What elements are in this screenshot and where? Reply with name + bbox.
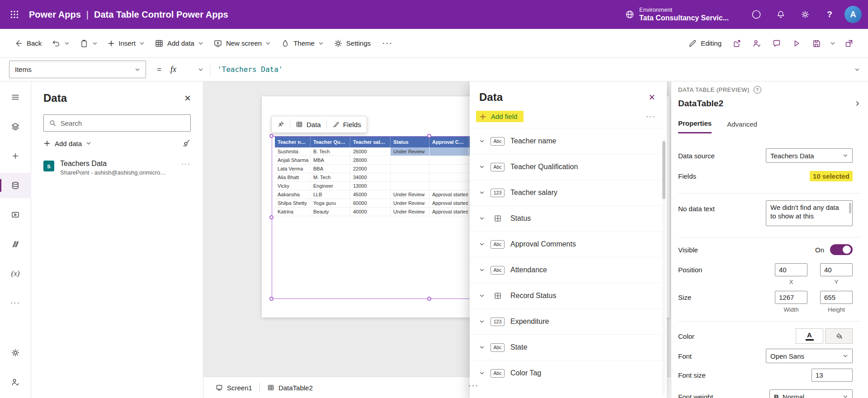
selection-handle[interactable] bbox=[269, 297, 274, 301]
new-screen-button[interactable]: New screen bbox=[208, 34, 276, 53]
settings-button[interactable] bbox=[793, 0, 817, 29]
font-dropdown[interactable]: Open Sans bbox=[766, 349, 853, 363]
account-avatar[interactable]: A bbox=[844, 6, 862, 23]
fields-more-button[interactable]: ··· bbox=[646, 113, 656, 121]
datasource-more-button[interactable]: ··· bbox=[181, 160, 191, 167]
add-data-dropdown-button[interactable]: Add data bbox=[43, 140, 91, 147]
search-input[interactable] bbox=[61, 119, 185, 127]
chevron-down-icon[interactable] bbox=[479, 164, 485, 170]
theme-button[interactable]: Theme bbox=[276, 34, 329, 53]
settings-command-button[interactable]: Settings bbox=[329, 34, 376, 53]
font-color-button[interactable]: A bbox=[796, 328, 823, 344]
rail-menu-button[interactable] bbox=[0, 85, 31, 110]
rail-data-button[interactable] bbox=[0, 173, 31, 198]
field-row[interactable]: 123 Teacher salary bbox=[470, 180, 667, 205]
publish-button[interactable] bbox=[839, 34, 859, 53]
tab-datatable2[interactable]: DataTable2 bbox=[267, 384, 313, 392]
rail-variables-button[interactable]: (x) bbox=[0, 261, 31, 286]
paste-button[interactable] bbox=[75, 34, 103, 53]
chevron-right-icon[interactable] bbox=[854, 100, 861, 107]
data-source-dropdown[interactable]: Teachers Data bbox=[766, 148, 853, 163]
contextual-data-button[interactable]: Data bbox=[296, 121, 321, 128]
datasource-list-item[interactable]: s Teachers Data SharePoint - ashish@ashi… bbox=[43, 160, 191, 176]
table-header-cell[interactable]: Teacher Qualific... bbox=[311, 137, 350, 147]
property-dropdown[interactable]: Items bbox=[9, 61, 146, 78]
size-width-input[interactable]: 1267 bbox=[775, 291, 807, 304]
table-header-cell[interactable]: Approval Comm... bbox=[429, 137, 468, 147]
back-button[interactable]: Back bbox=[9, 34, 47, 53]
sweep-icon[interactable] bbox=[182, 139, 191, 148]
formula-expand-button[interactable] bbox=[854, 67, 860, 72]
insert-button[interactable]: Insert bbox=[103, 34, 150, 53]
field-row[interactable]: Status bbox=[470, 205, 667, 231]
close-icon[interactable]: × bbox=[649, 92, 655, 103]
tab-bar-overflow-button[interactable]: ··· bbox=[468, 381, 479, 390]
chevron-down-icon[interactable] bbox=[479, 345, 485, 350]
field-row[interactable]: Abc Attendance bbox=[470, 257, 667, 283]
save-button[interactable] bbox=[807, 34, 826, 53]
add-field-button[interactable]: Add field bbox=[476, 111, 524, 122]
notifications-button[interactable] bbox=[769, 0, 793, 29]
table-header-cell[interactable]: Status bbox=[391, 137, 429, 147]
search-box[interactable] bbox=[43, 114, 191, 132]
add-data-button[interactable]: Add data bbox=[150, 34, 208, 53]
selection-handle[interactable] bbox=[427, 297, 431, 301]
waffle-menu-button[interactable] bbox=[0, 0, 29, 29]
app-name[interactable]: Power Apps bbox=[29, 9, 81, 20]
selection-handle[interactable] bbox=[427, 134, 431, 138]
field-row[interactable]: Abc Color Tag bbox=[470, 360, 667, 386]
coauthor-button[interactable] bbox=[747, 34, 767, 53]
rail-settings-button[interactable] bbox=[0, 340, 31, 365]
no-data-text-input[interactable]: We didn't find any data to show at this bbox=[766, 200, 853, 226]
size-height-input[interactable]: 655 bbox=[820, 291, 853, 304]
chevron-down-icon[interactable] bbox=[479, 267, 485, 273]
font-weight-dropdown[interactable]: BNormal bbox=[769, 389, 853, 398]
selection-handle[interactable] bbox=[269, 134, 274, 138]
tab-properties[interactable]: Properties bbox=[678, 119, 712, 133]
rail-more-button[interactable]: ··· bbox=[0, 290, 31, 316]
copilot-button[interactable] bbox=[744, 0, 769, 29]
rail-power-automate-button[interactable] bbox=[0, 232, 31, 257]
chevron-down-icon[interactable] bbox=[479, 370, 485, 376]
field-row[interactable]: Abc State bbox=[470, 334, 667, 360]
help-button[interactable]: ? bbox=[817, 0, 842, 29]
close-icon[interactable]: × bbox=[184, 93, 191, 104]
table-header-cell[interactable]: Teacher salary bbox=[350, 137, 391, 147]
help-circle-icon[interactable]: ? bbox=[754, 86, 761, 94]
environment-picker[interactable]: Environment Tata Consultancy Servic... bbox=[625, 6, 729, 23]
chevron-down-icon[interactable] bbox=[479, 190, 485, 195]
tab-advanced[interactable]: Advanced bbox=[727, 119, 757, 133]
chevron-down-icon[interactable] bbox=[479, 216, 485, 221]
field-row[interactable]: Record Status bbox=[470, 283, 667, 308]
rail-insert-button[interactable] bbox=[0, 143, 31, 169]
position-x-input[interactable]: 40 bbox=[775, 263, 807, 276]
pin-button[interactable] bbox=[277, 121, 284, 128]
command-overflow-button[interactable]: ··· bbox=[376, 38, 399, 48]
chevron-down-icon[interactable] bbox=[479, 242, 485, 247]
formula-copilot-button[interactable] bbox=[186, 65, 203, 74]
fields-selected-link[interactable]: 10 selected bbox=[810, 171, 853, 181]
field-row[interactable]: Abc Teacher Qualification bbox=[470, 154, 667, 180]
save-options-button[interactable] bbox=[826, 34, 839, 53]
formula-input[interactable]: 'Teachers Data' bbox=[217, 65, 283, 74]
visible-toggle[interactable] bbox=[830, 244, 853, 255]
rail-advanced-tools-button[interactable] bbox=[0, 370, 31, 395]
comments-button[interactable] bbox=[767, 34, 787, 53]
selection-handle[interactable] bbox=[269, 215, 274, 219]
share-button[interactable] bbox=[727, 34, 747, 53]
rail-media-button[interactable] bbox=[0, 202, 31, 227]
chevron-down-icon[interactable] bbox=[479, 293, 485, 298]
preview-button[interactable] bbox=[787, 34, 807, 53]
field-row[interactable]: 123 Expenditure bbox=[470, 308, 667, 334]
field-row[interactable]: Abc Teacher name bbox=[470, 128, 667, 154]
fill-color-button[interactable] bbox=[825, 328, 853, 344]
rail-tree-view-button[interactable] bbox=[0, 114, 31, 139]
font-size-input[interactable]: 13 bbox=[811, 369, 853, 382]
tab-screen1[interactable]: Screen1 bbox=[216, 384, 252, 392]
chevron-down-icon[interactable] bbox=[479, 319, 485, 324]
chevron-down-icon[interactable] bbox=[479, 138, 485, 144]
scrollbar-thumb[interactable] bbox=[849, 203, 851, 213]
scrollbar-thumb[interactable] bbox=[662, 141, 665, 199]
contextual-fields-button[interactable]: Fields bbox=[332, 121, 361, 128]
editing-mode-indicator[interactable]: Editing bbox=[683, 39, 727, 48]
